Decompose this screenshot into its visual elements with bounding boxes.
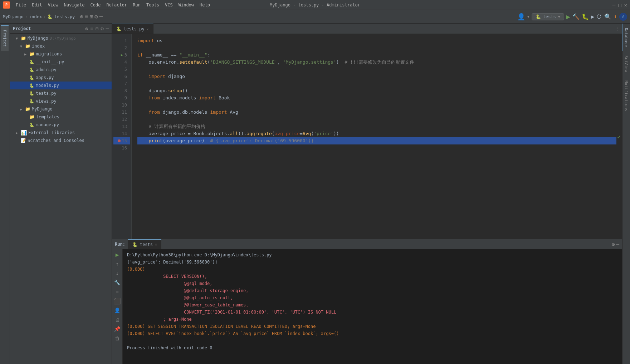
maximize-button[interactable]: □ — [618, 2, 621, 8]
tree-item-manage[interactable]: 🐍 manage.py — [10, 121, 112, 129]
output-line-5: @@sql_mode, — [127, 280, 618, 287]
run-button[interactable]: ▶ — [566, 13, 570, 20]
menu-window[interactable]: Window — [176, 2, 197, 8]
tree-path-mydjango: D:\MyDjango — [50, 36, 76, 41]
code-line-6: import django — [137, 73, 616, 80]
menu-code[interactable]: Code — [88, 2, 104, 8]
search-button[interactable]: 🔍 — [604, 13, 611, 20]
tab-close-btn[interactable]: ✕ — [147, 27, 149, 31]
bottom-close-icon[interactable]: ─ — [616, 241, 619, 247]
user-avatar[interactable]: A — [619, 13, 627, 21]
run-tab-icon: 🐍 — [132, 242, 138, 247]
minimize-button[interactable]: ─ — [612, 2, 615, 8]
right-tab-sciview[interactable]: SciView — [622, 51, 630, 76]
code-line-9: from index.models import Book — [137, 94, 616, 102]
code-line-14: average_price = Book.objects.all().aggre… — [137, 130, 616, 137]
tree-item-views[interactable]: 🐍 views.py — [10, 97, 112, 105]
coverage-button[interactable]: ▶ — [591, 13, 595, 20]
panel-filter-icon[interactable]: ⊟ — [96, 26, 98, 31]
tree-item-templates[interactable]: 📁 templates — [10, 113, 112, 121]
add-icon[interactable]: ⊕ — [80, 13, 83, 20]
debug-button[interactable]: 🐛 — [582, 13, 589, 20]
run-print-btn[interactable]: 🖨 — [113, 316, 121, 324]
code-content[interactable]: import os if __name__ == "__main__": os.… — [132, 34, 622, 239]
project-panel-header: Project ⊕ ≡ ⊟ ⚙ ─ — [10, 24, 112, 34]
panel-add-icon[interactable]: ⊕ — [85, 26, 88, 31]
breadcrumb-mydjango[interactable]: MyDjango — [3, 14, 24, 19]
tree-item-external-libs[interactable]: ▶ 📊 External Libraries — [10, 129, 112, 137]
output-line-12: (0.000) SELECT AVG(`index_book`.`price`)… — [127, 330, 618, 337]
user-icon[interactable]: 👤 — [517, 13, 525, 20]
gutter-line-3: ▶ 3 — [113, 51, 130, 59]
update-button[interactable]: ⬆ — [614, 13, 617, 20]
code-editor: 1 2 ▶ 3 4 5 6 7 8 9 10 11 12 13 14 — [112, 34, 622, 239]
menu-edit[interactable]: Edit — [29, 2, 45, 8]
toolbar-actions-left: ⊕ ≡ ⊞ ⚙ ─ — [80, 13, 103, 20]
tree-item-mydjango[interactable]: ▼ 📁 MyDjango D:\MyDjango — [10, 34, 112, 42]
menu-view[interactable]: View — [45, 2, 61, 8]
menu-tools[interactable]: Tools — [143, 2, 162, 8]
code-line-15: print(average_price) # {'avg_price': Dec… — [137, 137, 616, 144]
output-line-4: SELECT VERSION(), — [127, 273, 618, 280]
tree-item-models[interactable]: 🐍 models.py — [10, 82, 112, 89]
bottom-settings-icon[interactable]: ⚙ — [612, 241, 615, 247]
tree-item-apps[interactable]: 🐍 apps.py — [10, 74, 112, 82]
right-tab-database[interactable]: Database — [622, 24, 630, 51]
right-tab-notifications[interactable]: Notifications — [622, 76, 630, 115]
run-wrench-btn[interactable]: 🔧 — [113, 279, 121, 286]
breadcrumb-file[interactable]: 🐍 tests.py — [47, 14, 75, 19]
collapse-icon[interactable]: ─ — [99, 13, 103, 20]
menu-file[interactable]: File — [13, 2, 29, 8]
output-line-14: Process finished with exit code 0 — [127, 344, 618, 351]
window-controls: ─ □ ✕ — [612, 2, 627, 8]
panel-settings-icon[interactable]: ⚙ — [101, 26, 103, 31]
filter-icon[interactable]: ⊞ — [89, 13, 93, 20]
run-output[interactable]: D:\Python\Python38\python.exe D:\MyDjang… — [123, 249, 622, 364]
menu-vcs[interactable]: VCS — [162, 2, 176, 8]
run-person-btn[interactable]: 👤 — [113, 306, 121, 314]
run-gutter-icon[interactable]: ▶ — [121, 51, 123, 59]
project-tab[interactable]: Project — [1, 25, 9, 51]
run-stop-btn[interactable]: ⬛ — [113, 297, 121, 305]
tab-tests-py[interactable]: 🐍 tests.py ✕ — [112, 24, 153, 34]
run-down-btn[interactable]: ↓ — [113, 269, 121, 277]
tree-item-mydjango-sub[interactable]: ▶ 📁 MyDjango — [10, 105, 112, 113]
output-line-10: ; args=None — [127, 316, 618, 323]
tree-item-admin[interactable]: 🐍 admin.py — [10, 66, 112, 74]
run-config-selector[interactable]: 🐍 tests ▼ — [532, 13, 564, 20]
tree-item-migrations[interactable]: ▶ 📁 migrations — [10, 50, 112, 58]
code-line-4: os.environ.setdefault('DJANGO_SETTINGS_M… — [137, 59, 616, 66]
run-list-btn[interactable]: ≡ — [113, 288, 121, 296]
tree-item-init[interactable]: 🐍 __init__.py — [10, 58, 112, 66]
output-line-11: (0.000) SET SESSION TRANSACTION ISOLATIO… — [127, 323, 618, 330]
close-button[interactable]: ✕ — [624, 2, 627, 8]
menu-help[interactable]: Help — [197, 2, 213, 8]
menu-refactor[interactable]: Refactor — [103, 2, 130, 8]
menu-run[interactable]: Run — [130, 2, 143, 8]
profile-button[interactable]: ⏱ — [596, 13, 602, 20]
apps-py-icon: 🐍 — [29, 75, 34, 80]
tree-item-index[interactable]: ▼ 📁 index — [10, 42, 112, 50]
tree-item-tests[interactable]: 🐍 tests.py — [10, 89, 112, 97]
run-up-btn[interactable]: ↑ — [113, 260, 121, 268]
menu-navigate[interactable]: Navigate — [61, 2, 88, 8]
panel-list-icon[interactable]: ≡ — [90, 26, 93, 31]
file-tree: ▼ 📁 MyDjango D:\MyDjango ▼ 📁 index ▶ 📁 m… — [10, 34, 112, 364]
run-pin-btn[interactable]: 📌 — [113, 325, 121, 333]
run-play-btn[interactable]: ▶ — [113, 251, 121, 259]
tab-label: tests.py — [124, 26, 145, 31]
bottom-tab-tests[interactable]: 🐍 tests ✕ — [128, 239, 161, 249]
breadcrumb-index[interactable]: index — [29, 14, 42, 19]
build-button[interactable]: 🔨 — [572, 13, 580, 20]
align-icon[interactable]: ≡ — [85, 13, 88, 20]
run-trash-btn[interactable]: 🗑 — [113, 334, 121, 342]
settings-icon[interactable]: ⚙ — [94, 13, 98, 20]
tab-more-btn[interactable]: ⋮ — [612, 24, 622, 34]
code-line-11: from django.db.models import Avg — [137, 109, 616, 116]
project-panel: Project ⊕ ≡ ⊟ ⚙ ─ ▼ 📁 MyDjango D:\MyDjan… — [10, 24, 112, 364]
tree-item-scratches[interactable]: 📝 Scratches and Consoles — [10, 137, 112, 144]
run-tab-close[interactable]: ✕ — [155, 242, 157, 246]
user-dropdown[interactable]: ▼ — [527, 15, 529, 19]
panel-close-icon[interactable]: ─ — [106, 26, 109, 31]
output-line-6: @@default_storage_engine, — [127, 287, 618, 294]
